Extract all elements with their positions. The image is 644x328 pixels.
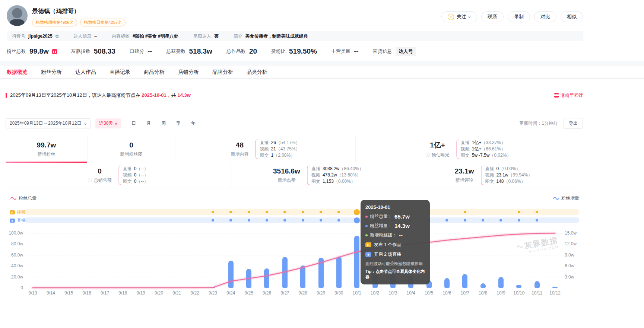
summary-card-新增粉丝团[interactable]: 0新增粉丝团 [88,136,175,162]
action-button-3[interactable]: 相似 [561,11,583,22]
tab-品牌分析[interactable]: 品牌分析 [212,69,233,76]
period-option-周[interactable]: 周 [157,118,170,129]
info-item: 抖音号jipaige2025⧉ [12,33,58,39]
info-item: 内容标签#随拍 #美食 #明星八卦 [112,33,178,39]
gridline [26,288,562,288]
follow-button[interactable]: ☆ 关注 ∨ [441,11,477,22]
export-button[interactable]: 导出 [564,118,583,129]
increment-bar[interactable] [336,257,342,288]
action-button-1[interactable]: 录制 [508,11,530,22]
tab-商品分析[interactable]: 商品分析 [144,69,165,76]
stat-item: 口碑分-- [130,47,152,55]
live-day-dot[interactable] [248,219,250,222]
rank-badge: 指数榜日榜第4257名 [80,19,125,26]
increment-bar[interactable] [462,274,467,288]
summary-card-新增点赞[interactable]: 3516.6w新增点赞直播3038.2w（86.40%）视频478.2w（13.… [231,162,406,188]
info-icon[interactable]: ⓘ [426,152,430,158]
trend-chart-icon[interactable] [52,49,57,54]
summary-card-新增评论[interactable]: 23.1w新增评论直播0（0.00%）视频23.1w（99.94%）图文148（… [406,162,581,188]
x-axis-tick: 10/8 [479,290,487,296]
stat-item: 灰豚指数508.33 [71,47,115,55]
summary-card-总销售额[interactable]: 0ⓘ总销售额直播0（--）视频0（--）图文0（--） [6,162,231,188]
increment-bar[interactable] [444,278,450,288]
analytics-page: 景德镇（鸡排哥） 指数榜周榜第4906名指数榜日榜第4257名 ☆ 关注 ∨ 联… [0,0,583,61]
live-day-dot[interactable] [464,219,466,222]
copy-icon[interactable]: ⧉ [55,34,59,39]
action-button-2[interactable]: 对比 [534,11,556,22]
increment-bar[interactable] [246,269,251,288]
period-option-季[interactable]: 季 [172,118,185,129]
increment-bar[interactable] [300,265,305,288]
increment-bar[interactable] [534,281,540,288]
video-day-dot[interactable] [212,211,214,213]
live-day-dot[interactable] [320,219,322,222]
card-breakdown: 直播0（0.00%）视频23.1w（99.94%）图文148（0.06%） [485,166,533,185]
x-axis-tick: 9/14 [47,290,55,296]
breakdown-row: 图文0（--） [123,178,149,185]
video-day-dot[interactable] [302,211,304,213]
x-axis-tick: 9/22 [190,290,199,296]
increment-bar[interactable] [264,268,269,288]
x-axis-tick: 9/20 [155,290,163,296]
rank-badge: 指数榜周榜第4906名 [32,19,77,26]
info-label: 内容标签 [112,33,130,39]
period-option-日[interactable]: 日 [127,118,140,129]
video-day-dot[interactable] [248,211,250,213]
increment-bar[interactable] [210,287,215,288]
stat-label: 总作品数 [226,48,246,55]
breakdown-row: 直播3038.2w（86.40%） [311,166,364,172]
period-option-年[interactable]: 年 [187,118,200,129]
live-day-dot[interactable] [266,219,268,222]
info-icon[interactable]: ⓘ [88,177,92,184]
x-axis-tick: 9/26 [263,290,271,296]
live-day-dot[interactable] [518,219,520,222]
video-day-dot[interactable] [266,211,268,213]
quick-range-select[interactable]: 近30天 ∨ [95,118,121,128]
x-axis-tick: 10/7 [461,290,469,296]
increment-bar[interactable] [516,285,521,288]
live-day-dot[interactable] [354,217,360,223]
tab-品类分析[interactable]: 品类分析 [247,69,267,76]
tab-粉丝分析[interactable]: 粉丝分析 [41,69,62,76]
video-day-dot[interactable] [354,209,360,215]
stat-value: 518.3w [189,47,212,55]
tab-店铺分析[interactable]: 店铺分析 [178,69,199,76]
right-axis-tick: 12.0w [565,241,577,246]
action-button-0[interactable]: 联系 [481,11,504,22]
increment-bar[interactable] [480,283,486,288]
creator-avatar[interactable] [7,5,28,26]
card-label: 新增点赞 [273,177,300,184]
breakdown-row: 视频21（43.75%） [260,146,300,152]
right-axis-tick: 15.0w [565,230,577,236]
summary-card-预估曝光[interactable]: 1亿+ⓘ预估曝光直播1亿+（33.37%）视频1亿+（66.61%）图文5w~7… [356,136,581,162]
info-value: 美食传播者，制造美味成就经典 [245,33,308,39]
date-range-picker[interactable]: 2025年09月13日 ~ 2025年10月12日 ∨ [6,118,91,128]
live-days-row-icon: ◉ [10,219,15,223]
video-icon: ▶ [365,242,371,247]
tab-数据概览[interactable]: 数据概览 [7,69,28,76]
x-axis-tick: 9/30 [334,290,343,296]
left-axis-tick: 20.0w [4,274,23,280]
summary-card-新增粉丝[interactable]: 99.7w新增粉丝 [6,136,88,162]
increment-bar[interactable] [552,287,558,288]
milestone-link[interactable]: 涨粉里程碑 [554,92,583,99]
increment-bar[interactable] [282,257,288,288]
increment-bar[interactable] [228,261,234,288]
card-value: 3516.6w [273,167,300,175]
info-value: – [94,34,97,39]
tab-达人作品[interactable]: 达人作品 [75,69,96,76]
increment-bar[interactable] [318,258,324,288]
increment-bar[interactable] [498,277,504,288]
video-day-dot[interactable] [464,211,466,213]
card-value: 1亿+ [426,140,450,150]
x-axis-tick: 9/23 [209,290,217,296]
period-option-月[interactable]: 月 [142,118,155,129]
tab-直播记录[interactable]: 直播记录 [110,69,130,76]
live-day-dot[interactable] [302,219,304,222]
gridline [26,266,562,266]
video-day-dot[interactable] [320,211,322,213]
live-day-dot[interactable] [212,219,214,222]
live-days-row-label: ◉直播 [10,217,26,224]
summary-card-新增内容[interactable]: 48新增内容直播26（54.17%）视频21（43.75%）图文1（2.08%） [175,136,356,162]
video-day-dot[interactable] [518,211,520,213]
